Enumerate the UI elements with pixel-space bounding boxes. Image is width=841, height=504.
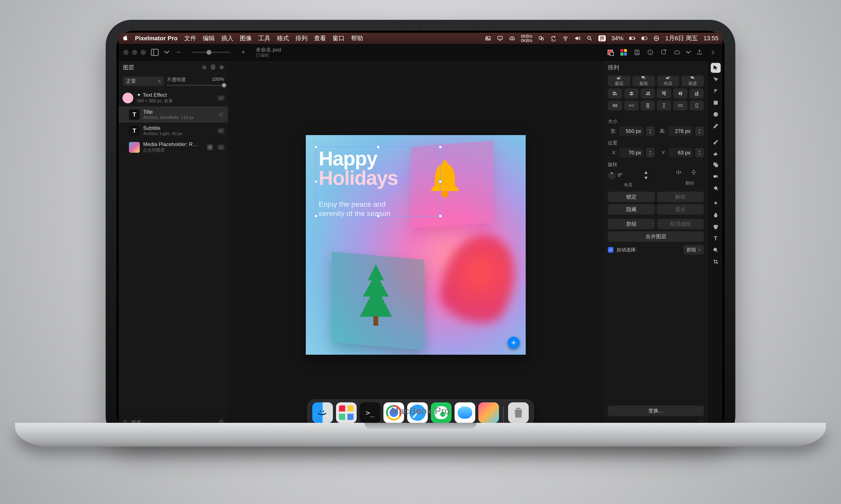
layers-add-icon[interactable]: ⊕: [219, 64, 224, 71]
zoom-slider[interactable]: [191, 52, 230, 53]
menubar-photos-icon[interactable]: [485, 35, 491, 41]
menubar-display-icon[interactable]: [497, 35, 503, 41]
tool-crop[interactable]: [711, 98, 721, 108]
layer-visibility-toggle[interactable]: ✓: [218, 95, 224, 101]
menu-format[interactable]: 格式: [277, 34, 289, 42]
layer-visibility-toggle[interactable]: ✓: [218, 112, 224, 117]
autoselect-checkbox[interactable]: ✓: [608, 247, 614, 253]
tool-blur[interactable]: [711, 210, 721, 220]
menu-window[interactable]: 窗口: [332, 34, 345, 42]
send-backward-button[interactable]: 向后: [657, 76, 680, 86]
unlock-button[interactable]: 解锁: [657, 192, 704, 202]
bring-to-front-button[interactable]: 最前: [633, 76, 655, 86]
match-height-button[interactable]: [690, 101, 704, 110]
layer-row[interactable]: T Title Archivo, SemiBold, 116 px ✓: [119, 106, 228, 123]
zoom-out-button[interactable]: −: [174, 48, 183, 57]
menu-tools[interactable]: 工具: [258, 34, 270, 42]
selection-bounds[interactable]: [316, 147, 441, 216]
layer-row[interactable]: ✦Text Effect 380 × 380 px, 效果 ✓: [119, 89, 228, 106]
align-bottom-button[interactable]: [690, 89, 704, 98]
width-stepper[interactable]: ▲▼: [646, 126, 655, 136]
toolbar-overflow-icon[interactable]: [708, 48, 718, 57]
tool-bucket[interactable]: [711, 183, 721, 193]
height-stepper[interactable]: ▲▼: [695, 126, 704, 136]
blend-mode-select[interactable]: 正常 ⇅: [123, 76, 164, 86]
canvas-add-button[interactable]: +: [508, 337, 520, 349]
dock-app-icloud[interactable]: [454, 402, 475, 423]
autoselect-select[interactable]: 群组 ⇅: [684, 245, 704, 255]
lock-button[interactable]: 锁定: [608, 192, 655, 202]
tool-text[interactable]: T: [711, 233, 721, 244]
rotation-dial[interactable]: [608, 172, 616, 179]
menubar-siri-icon[interactable]: [653, 35, 660, 41]
color-swatch-button[interactable]: [605, 48, 615, 57]
opacity-control[interactable]: 不透明度 100%: [167, 76, 224, 86]
menubar-cloud-icon[interactable]: [509, 35, 515, 41]
tool-sparkle[interactable]: [711, 199, 721, 209]
y-stepper[interactable]: ▲▼: [695, 148, 704, 158]
menubar-wifi-icon[interactable]: [562, 35, 569, 41]
tool-magic-wand[interactable]: [711, 86, 721, 96]
dock-app-pixelmator[interactable]: [478, 402, 499, 423]
menubar-spotlight-icon[interactable]: [586, 35, 593, 41]
placeholder-badge-icon[interactable]: +: [207, 145, 213, 150]
distribute-vspace-button[interactable]: [657, 101, 671, 110]
group-button[interactable]: 群组: [608, 219, 655, 229]
menu-image[interactable]: 图像: [240, 34, 252, 42]
resize-handle[interactable]: [315, 146, 317, 149]
opacity-slider[interactable]: [167, 85, 224, 86]
menubar-time[interactable]: 13:55: [703, 35, 719, 42]
layers-stack-icon[interactable]: [210, 64, 216, 71]
menu-file[interactable]: 文件: [184, 34, 196, 42]
layer-visibility-toggle[interactable]: ✓: [218, 128, 224, 133]
show-button[interactable]: 显示: [657, 204, 704, 215]
menu-view[interactable]: 查看: [314, 34, 326, 42]
canvas-area[interactable]: Happy Holidays Enjoy the peace and seren…: [228, 61, 603, 429]
menubar-volume-icon[interactable]: [574, 35, 581, 41]
share-icon[interactable]: [695, 48, 704, 57]
tool-arrow-select[interactable]: [711, 63, 721, 73]
rotation-stepper[interactable]: ▲▼: [644, 169, 649, 181]
height-value[interactable]: 276 px: [669, 126, 693, 136]
info-icon[interactable]: [646, 48, 655, 57]
window-minimize-button[interactable]: [132, 50, 137, 55]
tool-clone[interactable]: [711, 160, 721, 170]
align-top-button[interactable]: [657, 89, 671, 98]
menubar-date[interactable]: 1月6日 周五: [665, 34, 698, 42]
distribute-hspace-button[interactable]: [624, 101, 638, 110]
menubar-app-name[interactable]: Pixelmator Pro: [135, 35, 178, 42]
menubar-input-method[interactable]: 拼: [598, 35, 606, 41]
tool-crop2[interactable]: [711, 257, 721, 267]
layer-visibility-toggle[interactable]: ✓: [218, 145, 224, 150]
apple-logo-icon[interactable]: [122, 35, 128, 42]
distribute-v-button[interactable]: [641, 101, 655, 110]
layer-row[interactable]: T Subtitle Archivo, Light, 40 px ✓: [119, 123, 228, 139]
menubar-toggle-icon[interactable]: [641, 35, 648, 41]
x-stepper[interactable]: ▲▼: [646, 148, 655, 158]
flip-horizontal-button[interactable]: [676, 169, 689, 179]
ungroup-button[interactable]: 取消成组: [657, 219, 704, 229]
person-icon[interactable]: [632, 48, 642, 57]
align-hcenter-button[interactable]: [624, 89, 638, 98]
transform-button[interactable]: 变换…: [608, 406, 704, 416]
menubar-wechat-icon[interactable]: [538, 35, 545, 41]
tool-brush[interactable]: [711, 137, 721, 146]
resize-handle[interactable]: [439, 215, 442, 218]
flip-vertical-button[interactable]: [691, 169, 704, 179]
menubar-battery-pct[interactable]: 34%: [611, 35, 623, 42]
resize-handle[interactable]: [377, 215, 380, 218]
bring-forward-button[interactable]: 前进: [682, 76, 704, 86]
dock-trash[interactable]: [508, 402, 529, 423]
dock-app-terminal[interactable]: [360, 402, 380, 423]
send-to-back-button[interactable]: 最后: [608, 76, 630, 86]
resize-handle[interactable]: [439, 180, 442, 183]
menubar-sync-icon[interactable]: [550, 35, 556, 41]
rotation-value[interactable]: 0°: [618, 172, 641, 178]
match-width-button[interactable]: [673, 101, 687, 110]
tool-free-select[interactable]: [711, 74, 721, 85]
menubar-battery-icon[interactable]: [629, 35, 635, 41]
tool-pen[interactable]: [711, 121, 721, 131]
sidebar-toggle-button[interactable]: [150, 48, 159, 57]
distribute-h-button[interactable]: [608, 101, 622, 110]
window-fullscreen-button[interactable]: [141, 50, 146, 55]
